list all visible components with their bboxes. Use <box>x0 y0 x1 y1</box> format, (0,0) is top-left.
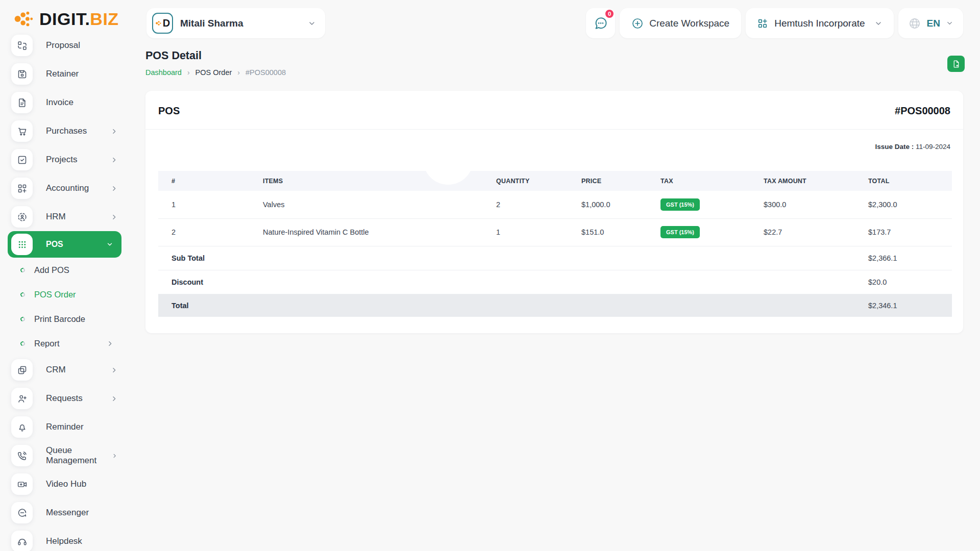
issue-date: Issue Date : 11-09-2024 <box>145 130 963 151</box>
sidebar-item-label: Queue Management <box>46 445 112 466</box>
item-index-cell: 1 <box>158 191 263 218</box>
sidebar-subitem-label: Add POS <box>34 265 69 275</box>
discount-label: Discount <box>158 270 263 294</box>
sidebar-item-reminder[interactable]: Reminder <box>0 413 127 441</box>
tax-badge: GST (15%) <box>660 226 700 238</box>
card-title: POS <box>158 105 180 117</box>
create-workspace-button[interactable]: Create Workspace <box>620 8 741 38</box>
language-code: EN <box>927 18 940 29</box>
video-camera-icon <box>11 473 33 495</box>
workspace-logo: D <box>152 13 173 34</box>
sidebar-subitem-label: POS Order <box>34 290 76 299</box>
export-button[interactable] <box>947 56 965 72</box>
company-name: Hemtush Incorporate <box>774 18 865 29</box>
sidebar-item-label: HRM <box>46 212 66 222</box>
brand-word-accent: BIZ <box>90 9 118 29</box>
sidebar-item-label: Proposal <box>46 40 80 51</box>
projects-icon <box>11 149 33 170</box>
breadcrumb-dashboard[interactable]: Dashboard <box>145 68 182 77</box>
sidebar-item-retainer[interactable]: Retainer <box>0 60 127 88</box>
chevron-right-icon <box>107 340 113 347</box>
bullet-icon <box>20 267 26 273</box>
item-price-cell: $1,000.0 <box>581 191 660 218</box>
item-total-cell: $2,300.0 <box>868 191 952 218</box>
sidebar-item-label: Helpdesk <box>46 536 82 546</box>
sidebar-item-crm[interactable]: CRM <box>0 356 127 384</box>
sidebar-item-projects[interactable]: Projects <box>0 145 127 174</box>
sidebar-item-requests[interactable]: Requests <box>0 384 127 413</box>
issue-date-label: Issue Date : <box>875 143 914 151</box>
proposal-icon <box>11 35 33 56</box>
col-index: # <box>158 171 263 191</box>
chat-button[interactable]: 0 <box>586 8 615 38</box>
sidebar-item-video-hub[interactable]: Video Hub <box>0 470 127 498</box>
chat-badge: 0 <box>604 9 615 19</box>
pos-items-table: # ITEMS QUANTITY PRICE TAX TAX AMOUNT TO… <box>158 171 952 317</box>
chevron-right-icon: › <box>237 68 240 77</box>
accounting-icon <box>11 178 33 199</box>
chevron-right-icon <box>111 395 117 402</box>
issue-date-value: 11-09-2024 <box>916 143 950 151</box>
total-label: Total <box>158 294 263 317</box>
sidebar-item-invoice[interactable]: Invoice <box>0 88 127 117</box>
chevron-down-icon <box>308 19 316 28</box>
sidebar-subitem-report[interactable]: Report <box>0 331 127 356</box>
chevron-right-icon <box>111 367 117 373</box>
message-icon <box>11 502 33 523</box>
sidebar-item-label: Video Hub <box>46 479 86 489</box>
sidebar-item-label: Retainer <box>46 69 79 79</box>
phone-call-icon <box>11 445 33 466</box>
bell-icon <box>11 416 33 438</box>
company-selector[interactable]: Hemtush Incorporate <box>746 8 893 38</box>
col-tax-amount: TAX AMOUNT <box>764 171 868 191</box>
create-workspace-label: Create Workspace <box>649 18 729 29</box>
brand-hexagon-icon <box>12 8 35 30</box>
sidebar-item-label: Projects <box>46 155 77 165</box>
sidebar-subitem-pos-order[interactable]: POS Order <box>0 282 127 307</box>
sidebar-item-label: CRM <box>46 365 66 375</box>
bullet-icon <box>20 291 26 297</box>
subtotal-label: Sub Total <box>158 246 263 270</box>
pos-grid-icon <box>11 234 33 255</box>
sidebar-item-helpdesk[interactable]: Helpdesk <box>0 527 127 551</box>
sidebar-item-queue-management[interactable]: Queue Management <box>0 441 127 470</box>
sidebar-subitem-print-barcode[interactable]: Print Barcode <box>0 307 127 331</box>
sidebar-item-label: Invoice <box>46 97 74 108</box>
workspace-hex-icon <box>155 20 162 27</box>
breadcrumb-current: #POS00008 <box>246 68 286 77</box>
globe-icon <box>908 17 921 30</box>
item-name-cell: Valves <box>263 191 496 218</box>
sidebar-subitem-add-pos[interactable]: Add POS <box>0 258 127 282</box>
plus-circle-icon <box>631 17 644 30</box>
sidebar-item-label: Messenger <box>46 508 89 518</box>
breadcrumb-pos-order[interactable]: POS Order <box>195 68 232 77</box>
sidebar-item-purchases[interactable]: Purchases <box>0 117 127 145</box>
language-selector[interactable]: EN <box>898 8 963 38</box>
bullet-icon <box>20 340 26 346</box>
item-tax-amount-cell: $300.0 <box>764 191 868 218</box>
sidebar-item-hrm[interactable]: HRM <box>0 203 127 231</box>
table-header-row: # ITEMS QUANTITY PRICE TAX TAX AMOUNT TO… <box>158 171 952 191</box>
subtotal-row: Sub Total $2,366.1 <box>158 246 952 270</box>
table-row: 1 Valves 2 $1,000.0 GST (15%) $300.0 $2,… <box>158 191 952 218</box>
pos-number: #POS00008 <box>895 105 950 117</box>
workspace-user-name: Mitali Sharma <box>180 18 243 29</box>
sidebar-item-label: Accounting <box>46 183 89 193</box>
invoice-icon <box>11 92 33 113</box>
col-items: ITEMS <box>263 171 496 191</box>
brand-logo[interactable]: DIGIT.BIZ <box>12 8 119 30</box>
sidebar-item-messenger[interactable]: Messenger <box>0 498 127 527</box>
chevron-down-icon <box>874 19 883 28</box>
item-name-cell: Nature-Inspired Vitamin C Bottle <box>263 218 496 246</box>
discount-value: $20.0 <box>868 270 952 294</box>
sidebar-item-accounting[interactable]: Accounting <box>0 174 127 203</box>
item-quantity-cell: 1 <box>496 218 581 246</box>
sidebar: Proposal Retainer Invoice Purchases Proj… <box>0 31 127 551</box>
tax-badge: GST (15%) <box>660 198 700 211</box>
workspace-selector[interactable]: D Mitali Sharma <box>146 8 325 38</box>
item-tax-cell: GST (15%) <box>660 191 764 218</box>
sidebar-item-proposal[interactable]: Proposal <box>0 31 127 60</box>
total-row: Total $2,346.1 <box>158 294 952 317</box>
discount-row: Discount $20.0 <box>158 270 952 294</box>
sidebar-item-pos[interactable]: POS <box>8 231 121 258</box>
